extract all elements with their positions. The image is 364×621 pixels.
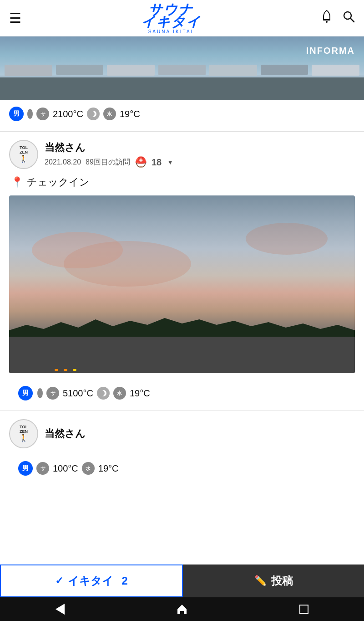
third-card-stats: 男 サ 100°C 水 19°C	[9, 455, 355, 478]
moon-decoration-2	[37, 388, 43, 398]
water-moon-icon	[87, 108, 100, 120]
post-meta: 当然さん 2021.08.20 89回目の訪問 ⛑️ 18 ▼	[45, 141, 355, 168]
third-post-username[interactable]: 当然さん	[45, 427, 355, 441]
sauna-badge-2: サ	[46, 387, 59, 400]
pencil-icon: ✏️	[254, 575, 267, 587]
sauna-temp: 2100°C	[53, 109, 83, 119]
third-post-card: TOL ZEN 🚶 当然さん 男 サ 100°C 水 19°C	[0, 411, 364, 515]
post-header: TOL ZEN 🚶 当然さん 2021.08.20 89回目の訪問 ⛑️ 18 …	[9, 140, 355, 169]
avatar[interactable]: TOL ZEN 🚶	[9, 140, 38, 169]
water-badge-3: 水	[82, 462, 95, 475]
post-image	[9, 195, 355, 373]
water-temp: 19°C	[120, 109, 140, 119]
post-likes: 18	[152, 157, 162, 168]
first-card-image: INFORMA	[0, 36, 364, 100]
male-badge: 男	[9, 107, 24, 121]
post-button[interactable]: ✏️ 投稿	[183, 565, 364, 597]
svg-point-1	[326, 21, 328, 23]
search-icon[interactable]	[342, 10, 355, 26]
third-post-meta: 当然さん	[45, 427, 355, 441]
location-pin-icon: 📍	[11, 176, 23, 188]
back-button[interactable]	[56, 604, 65, 615]
post-username[interactable]: 当然さん	[45, 141, 355, 154]
recents-button[interactable]	[299, 605, 308, 614]
second-post-card: TOL ZEN 🚶 当然さん 2021.08.20 89回目の訪問 ⛑️ 18 …	[0, 132, 364, 411]
menu-button[interactable]: ☰	[9, 10, 21, 26]
water-temp-3: 19°C	[98, 463, 119, 474]
informa-label: INFORMA	[306, 46, 355, 56]
dropdown-icon[interactable]: ▼	[167, 159, 173, 166]
home-button[interactable]	[176, 603, 188, 615]
post-date-row: 2021.08.20 89回目の訪問 ⛑️ 18 ▼	[45, 156, 355, 168]
sauna-badge-3: サ	[36, 462, 49, 475]
avatar-3[interactable]: TOL ZEN 🚶	[9, 419, 38, 448]
first-post-card: INFORMA 男 サ 2100°C 水	[0, 36, 364, 132]
bottom-action-bar: ✓ イキタイ 2 ✏️ 投稿	[0, 565, 364, 597]
header-actions	[320, 10, 355, 26]
sauna-badge: サ	[36, 108, 49, 120]
water-moon-icon-2	[97, 387, 110, 400]
male-badge-3: 男	[18, 461, 33, 476]
water-badge-2: 水	[113, 387, 126, 400]
water-badge: 水	[103, 108, 116, 120]
post-visit: 89回目の訪問	[86, 158, 130, 167]
ikitai-button[interactable]: ✓ イキタイ 2	[0, 565, 183, 597]
third-post-header: TOL ZEN 🚶 当然さん	[9, 419, 355, 448]
sauna-temp-3: 100°C	[53, 463, 78, 474]
android-nav-bar	[0, 597, 364, 621]
sauna-temp-2: 5100°C	[63, 388, 93, 399]
svg-line-3	[350, 18, 354, 22]
post-date: 2021.08.20	[45, 158, 81, 166]
male-badge-2: 男	[18, 386, 33, 400]
checkin-text: チェックイン	[27, 175, 90, 189]
second-card-stats: 男 サ 5100°C 水 19°C	[9, 380, 355, 403]
app-logo: サウナ イキタイ SAUNA IKITAI	[141, 2, 201, 34]
check-icon: ✓	[55, 575, 63, 587]
checkin-row: 📍 チェックイン	[9, 175, 355, 189]
moon-decoration	[27, 109, 33, 119]
first-card-stats: 男 サ 2100°C 水 19°C	[0, 100, 364, 124]
svg-rect-0	[323, 19, 330, 21]
app-header: ☰ サウナ イキタイ SAUNA IKITAI	[0, 0, 364, 36]
notification-icon[interactable]	[320, 10, 333, 26]
water-temp-2: 19°C	[130, 388, 150, 399]
sauna-hat-icon: ⛑️	[135, 156, 147, 168]
